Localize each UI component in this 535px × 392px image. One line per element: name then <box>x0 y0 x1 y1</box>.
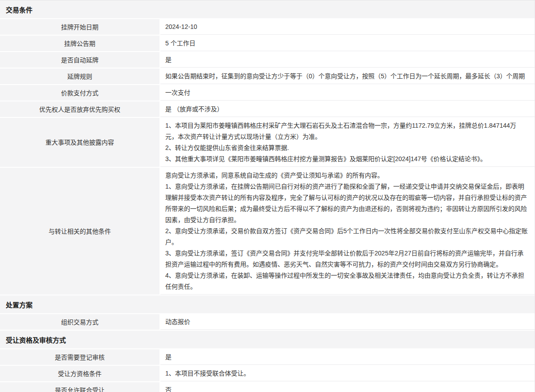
row-value: 2024-12-10 <box>160 19 535 36</box>
row-value: 动态报价 <box>160 314 535 331</box>
table-row: 挂牌公告期5 个工作日 <box>0 36 535 52</box>
value-line: 1、本项目为莱阳市姜疃镇西韩格庄村采矿产生大理石岩石头及土石渣混合物一宗，方量约… <box>165 120 528 142</box>
section-header: 受让资格及审核方式 <box>0 331 535 349</box>
table-row: 是否允许联合受让否 <box>0 382 535 392</box>
value-line: 3、意向受让方须承诺，签订《资产交易合同》并支付完毕全部转让价款后于2025年2… <box>165 248 528 270</box>
row-label: 挂牌开始日期 <box>0 19 160 36</box>
table-row: 挂牌开始日期2024-12-10 <box>0 19 535 36</box>
row-label: 是否自动延牌 <box>0 52 160 69</box>
value-line: 2、转让方仅能提供山东省资金往来结算票据. <box>165 142 528 154</box>
row-value: 5 个工作日 <box>160 36 535 52</box>
row-value: 意向受让方须承诺，同意系统自动生成的《资产受让须知与承诺》的所有内容。1、意向受… <box>160 168 535 295</box>
row-value: 是 <box>160 52 535 69</box>
value-line: 3、其他重大事项详见《莱阳市姜疃镇西韩格庄村挖方量测算报告》及烟莱阳价认定[20… <box>165 154 528 165</box>
row-value: 是 （放弃或不涉及） <box>160 101 535 118</box>
row-label: 挂牌公告期 <box>0 36 160 52</box>
value-line: 1、意向受让方须承诺，在挂牌公告期间已自行对标的资产进行了勘探和全面了解，一经递… <box>165 181 528 226</box>
row-value: 是 <box>160 349 535 366</box>
value-line: 4、意向受让方须承诺，在装卸、运输等操作过程中所发生的一切安全事故及相关法律责任… <box>165 270 528 292</box>
table-row: 受让方资格条件1、本项目不接受联合体受让。 <box>0 366 535 382</box>
table-row: 优先权人是否放弃优先购买权是 （放弃或不涉及） <box>0 101 535 118</box>
section-header: 交易条件 <box>0 0 535 19</box>
row-label: 重大事项及其他披露内容 <box>0 118 160 168</box>
row-value: 1、本项目为莱阳市姜疃镇西韩格庄村采矿产生大理石岩石头及土石渣混合物一宗，方量约… <box>160 118 535 168</box>
row-label: 价款支付方式 <box>0 85 160 101</box>
row-value: 1、本项目不接受联合体受让。 <box>160 366 535 382</box>
transaction-detail-table: 交易条件挂牌开始日期2024-12-10挂牌公告期5 个工作日是否自动延牌是延牌… <box>0 0 535 392</box>
row-label: 受让方资格条件 <box>0 366 160 382</box>
table-row: 是否需要登记审核是 <box>0 349 535 366</box>
table-row: 组织交易方式动态报价 <box>0 314 535 331</box>
table-row: 延牌规则如果公告期结束时，征集到的意向受让方少于等于（0）个意向受让方，按照（5… <box>0 69 535 85</box>
row-label: 与转让相关的其他条件 <box>0 168 160 295</box>
table-row: 与转让相关的其他条件意向受让方须承诺，同意系统自动生成的《资产受让须知与承诺》的… <box>0 168 535 295</box>
section-header: 处置方案 <box>0 295 535 314</box>
value-line: 意向受让方须承诺，同意系统自动生成的《资产受让须知与承诺》的所有内容。 <box>165 170 528 181</box>
table-row: 是否自动延牌是 <box>0 52 535 69</box>
row-value: 否 <box>160 382 535 392</box>
row-label: 是否允许联合受让 <box>0 382 160 392</box>
table-row: 价款支付方式一次支付 <box>0 85 535 101</box>
row-label: 是否需要登记审核 <box>0 349 160 366</box>
row-label: 延牌规则 <box>0 69 160 85</box>
row-value: 一次支付 <box>160 85 535 101</box>
row-value: 如果公告期结束时，征集到的意向受让方少于等于（0）个意向受让方，按照（5）个工作… <box>160 69 535 85</box>
row-label: 优先权人是否放弃优先购买权 <box>0 101 160 118</box>
table-row: 重大事项及其他披露内容1、本项目为莱阳市姜疃镇西韩格庄村采矿产生大理石岩石头及土… <box>0 118 535 168</box>
value-line: 2、意向受让方须承诺，交易价款自双方签订《资产交易合同》后5个工作日内一次性将全… <box>165 226 528 248</box>
row-label: 组织交易方式 <box>0 314 160 331</box>
